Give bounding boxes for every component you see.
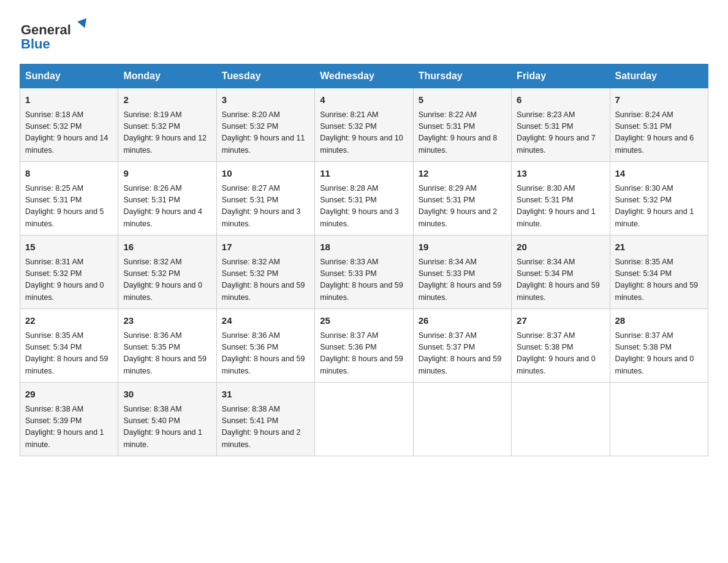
day-number: 30	[123, 388, 211, 402]
day-info: Sunrise: 8:20 AM Sunset: 5:32 PM Dayligh…	[222, 109, 309, 157]
day-info: Sunrise: 8:26 AM Sunset: 5:31 PM Dayligh…	[123, 183, 211, 231]
day-cell: 11 Sunrise: 8:28 AM Sunset: 5:31 PM Dayl…	[315, 162, 413, 236]
day-number: 12	[419, 167, 506, 181]
day-number: 6	[517, 93, 604, 107]
day-cell: 7 Sunrise: 8:24 AM Sunset: 5:31 PM Dayli…	[610, 88, 708, 162]
day-cell	[315, 383, 413, 456]
days-header-row: SundayMondayTuesdayWednesdayThursdayFrid…	[20, 64, 708, 88]
day-info: Sunrise: 8:33 AM Sunset: 5:33 PM Dayligh…	[320, 256, 408, 304]
day-info: Sunrise: 8:36 AM Sunset: 5:36 PM Dayligh…	[222, 330, 309, 378]
week-row-4: 22 Sunrise: 8:35 AM Sunset: 5:34 PM Dayl…	[20, 309, 708, 383]
day-cell: 17 Sunrise: 8:32 AM Sunset: 5:32 PM Dayl…	[216, 236, 314, 309]
day-number: 23	[123, 314, 211, 328]
day-info: Sunrise: 8:38 AM Sunset: 5:41 PM Dayligh…	[222, 404, 309, 451]
day-info: Sunrise: 8:37 AM Sunset: 5:38 PM Dayligh…	[517, 330, 604, 378]
day-cell: 1 Sunrise: 8:18 AM Sunset: 5:32 PM Dayli…	[20, 88, 118, 162]
day-header-wednesday: Wednesday	[315, 64, 413, 88]
day-cell	[413, 383, 511, 456]
day-number: 24	[222, 314, 309, 328]
svg-text:General: General	[21, 22, 71, 37]
day-info: Sunrise: 8:34 AM Sunset: 5:33 PM Dayligh…	[419, 256, 506, 304]
day-number: 22	[25, 314, 113, 328]
day-info: Sunrise: 8:21 AM Sunset: 5:32 PM Dayligh…	[320, 109, 408, 157]
day-info: Sunrise: 8:19 AM Sunset: 5:32 PM Dayligh…	[123, 109, 211, 157]
day-number: 25	[320, 314, 408, 328]
day-number: 16	[123, 240, 211, 255]
day-number: 26	[419, 314, 506, 328]
day-number: 15	[25, 240, 113, 255]
day-info: Sunrise: 8:29 AM Sunset: 5:31 PM Dayligh…	[419, 183, 506, 231]
day-cell: 21 Sunrise: 8:35 AM Sunset: 5:34 PM Dayl…	[610, 236, 708, 309]
day-info: Sunrise: 8:27 AM Sunset: 5:31 PM Dayligh…	[222, 183, 309, 231]
week-row-1: 1 Sunrise: 8:18 AM Sunset: 5:32 PM Dayli…	[20, 88, 708, 162]
day-number: 18	[320, 240, 408, 255]
day-info: Sunrise: 8:34 AM Sunset: 5:34 PM Dayligh…	[517, 256, 604, 304]
day-header-tuesday: Tuesday	[216, 64, 314, 88]
day-number: 10	[222, 167, 309, 181]
day-cell: 5 Sunrise: 8:22 AM Sunset: 5:31 PM Dayli…	[413, 88, 511, 162]
day-info: Sunrise: 8:18 AM Sunset: 5:32 PM Dayligh…	[25, 109, 113, 157]
day-header-thursday: Thursday	[413, 64, 511, 88]
day-header-friday: Friday	[512, 64, 610, 88]
day-cell: 2 Sunrise: 8:19 AM Sunset: 5:32 PM Dayli…	[118, 88, 216, 162]
day-info: Sunrise: 8:31 AM Sunset: 5:32 PM Dayligh…	[25, 256, 113, 304]
day-cell: 25 Sunrise: 8:37 AM Sunset: 5:36 PM Dayl…	[315, 309, 413, 383]
day-info: Sunrise: 8:35 AM Sunset: 5:34 PM Dayligh…	[25, 330, 113, 378]
day-number: 28	[615, 314, 703, 328]
day-header-monday: Monday	[118, 64, 216, 88]
svg-text:Blue: Blue	[21, 36, 50, 52]
day-cell: 14 Sunrise: 8:30 AM Sunset: 5:32 PM Dayl…	[610, 162, 708, 236]
day-cell: 9 Sunrise: 8:26 AM Sunset: 5:31 PM Dayli…	[118, 162, 216, 236]
day-info: Sunrise: 8:36 AM Sunset: 5:35 PM Dayligh…	[123, 330, 211, 378]
day-cell: 15 Sunrise: 8:31 AM Sunset: 5:32 PM Dayl…	[20, 236, 118, 309]
week-row-2: 8 Sunrise: 8:25 AM Sunset: 5:31 PM Dayli…	[20, 162, 708, 236]
day-info: Sunrise: 8:28 AM Sunset: 5:31 PM Dayligh…	[320, 183, 408, 231]
day-info: Sunrise: 8:32 AM Sunset: 5:32 PM Dayligh…	[123, 256, 211, 304]
day-number: 7	[615, 93, 703, 107]
day-info: Sunrise: 8:24 AM Sunset: 5:31 PM Dayligh…	[615, 109, 703, 157]
day-cell: 8 Sunrise: 8:25 AM Sunset: 5:31 PM Dayli…	[20, 162, 118, 236]
page-header: General Blue	[20, 15, 708, 52]
day-info: Sunrise: 8:38 AM Sunset: 5:40 PM Dayligh…	[123, 404, 211, 451]
day-number: 19	[419, 240, 506, 255]
day-info: Sunrise: 8:30 AM Sunset: 5:31 PM Dayligh…	[517, 183, 604, 231]
day-cell: 3 Sunrise: 8:20 AM Sunset: 5:32 PM Dayli…	[216, 88, 314, 162]
day-header-saturday: Saturday	[610, 64, 708, 88]
day-cell: 30 Sunrise: 8:38 AM Sunset: 5:40 PM Dayl…	[118, 383, 216, 456]
day-number: 13	[517, 167, 604, 181]
day-number: 31	[222, 388, 309, 402]
day-cell: 6 Sunrise: 8:23 AM Sunset: 5:31 PM Dayli…	[512, 88, 610, 162]
day-info: Sunrise: 8:38 AM Sunset: 5:39 PM Dayligh…	[25, 404, 113, 451]
day-number: 29	[25, 388, 113, 402]
day-number: 5	[419, 93, 506, 107]
day-cell: 27 Sunrise: 8:37 AM Sunset: 5:38 PM Dayl…	[512, 309, 610, 383]
week-row-5: 29 Sunrise: 8:38 AM Sunset: 5:39 PM Dayl…	[20, 383, 708, 456]
day-cell: 20 Sunrise: 8:34 AM Sunset: 5:34 PM Dayl…	[512, 236, 610, 309]
day-cell: 29 Sunrise: 8:38 AM Sunset: 5:39 PM Dayl…	[20, 383, 118, 456]
day-cell	[610, 383, 708, 456]
day-info: Sunrise: 8:37 AM Sunset: 5:36 PM Dayligh…	[320, 330, 408, 378]
day-info: Sunrise: 8:22 AM Sunset: 5:31 PM Dayligh…	[419, 109, 506, 157]
day-number: 27	[517, 314, 604, 328]
day-cell: 16 Sunrise: 8:32 AM Sunset: 5:32 PM Dayl…	[118, 236, 216, 309]
day-number: 3	[222, 93, 309, 107]
day-info: Sunrise: 8:23 AM Sunset: 5:31 PM Dayligh…	[517, 109, 604, 157]
day-cell: 18 Sunrise: 8:33 AM Sunset: 5:33 PM Dayl…	[315, 236, 413, 309]
day-cell: 12 Sunrise: 8:29 AM Sunset: 5:31 PM Dayl…	[413, 162, 511, 236]
day-number: 4	[320, 93, 408, 107]
logo: General Blue	[20, 15, 93, 52]
day-info: Sunrise: 8:37 AM Sunset: 5:38 PM Dayligh…	[615, 330, 703, 378]
day-cell: 24 Sunrise: 8:36 AM Sunset: 5:36 PM Dayl…	[216, 309, 314, 383]
day-number: 14	[615, 167, 703, 181]
day-number: 20	[517, 240, 604, 255]
week-row-3: 15 Sunrise: 8:31 AM Sunset: 5:32 PM Dayl…	[20, 236, 708, 309]
day-number: 17	[222, 240, 309, 255]
day-cell: 10 Sunrise: 8:27 AM Sunset: 5:31 PM Dayl…	[216, 162, 314, 236]
day-number: 2	[123, 93, 211, 107]
day-cell: 4 Sunrise: 8:21 AM Sunset: 5:32 PM Dayli…	[315, 88, 413, 162]
day-number: 9	[123, 167, 211, 181]
day-info: Sunrise: 8:30 AM Sunset: 5:32 PM Dayligh…	[615, 183, 703, 231]
calendar-table: SundayMondayTuesdayWednesdayThursdayFrid…	[20, 64, 708, 456]
day-header-sunday: Sunday	[20, 64, 118, 88]
day-cell: 28 Sunrise: 8:37 AM Sunset: 5:38 PM Dayl…	[610, 309, 708, 383]
